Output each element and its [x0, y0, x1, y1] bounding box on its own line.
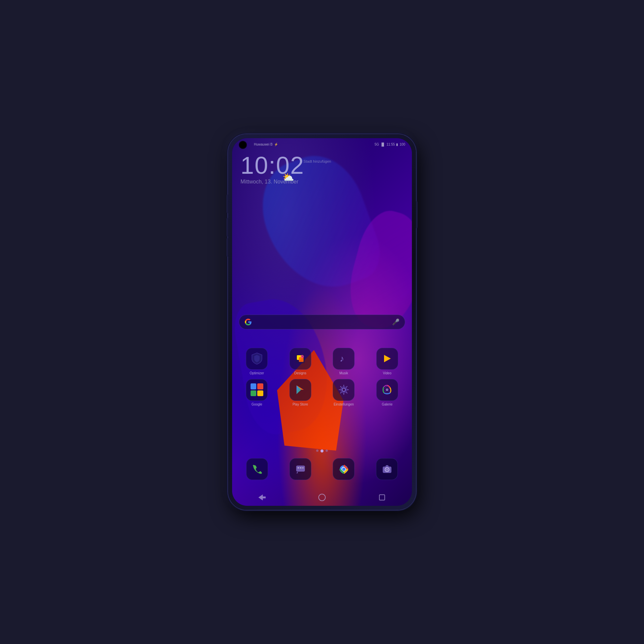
carrier-text: Huwauwei B: [254, 143, 273, 146]
optimizer-label: Optimizer: [250, 371, 264, 375]
optimizer-icon: [246, 348, 268, 370]
phone-device: Huwauwei B ⚡ 5G ▐▌ 11:55 ▮ 100 10:02 Sta…: [228, 134, 416, 510]
music-label: Musik: [339, 371, 348, 375]
settings-label: Einstellungen: [334, 402, 354, 406]
recent-apps-icon: [379, 494, 385, 500]
dock-messages[interactable]: [280, 458, 320, 480]
svg-text:♪: ♪: [340, 354, 344, 364]
app-music[interactable]: ♪ Musik: [324, 348, 364, 375]
messages-icon: [289, 458, 311, 480]
svg-marker-12: [296, 472, 298, 473]
app-designs[interactable]: Designs: [281, 348, 320, 375]
search-bar[interactable]: 🎤: [239, 315, 405, 329]
svg-point-3: [301, 355, 304, 358]
dot-1: [316, 449, 319, 452]
app-gallery[interactable]: Galerie: [368, 379, 407, 406]
svg-point-8: [342, 388, 345, 391]
app-settings[interactable]: Einstellungen: [324, 379, 364, 406]
phone-screen: Huwauwei B ⚡ 5G ▐▌ 11:55 ▮ 100 10:02 Sta…: [232, 138, 412, 506]
dock-phone[interactable]: [237, 458, 277, 480]
play-store-label: Play Store: [292, 402, 308, 406]
google-label: Google: [252, 402, 262, 406]
gallery-icon: [376, 379, 398, 401]
designs-icon: [289, 348, 311, 370]
play-store-icon: [289, 379, 311, 401]
battery-percent: 100: [399, 143, 405, 146]
dot-2: [321, 449, 324, 452]
svg-marker-6: [297, 385, 301, 394]
app-dock: [237, 458, 407, 480]
phone-icon: [246, 458, 268, 480]
svg-point-9: [341, 387, 346, 392]
app-optimizer[interactable]: Optimizer: [237, 348, 277, 375]
video-icon: [376, 348, 398, 370]
svg-marker-5: [384, 355, 391, 362]
nav-home-button[interactable]: [317, 493, 327, 502]
settings-icon: [333, 379, 355, 401]
chrome-icon: [333, 458, 355, 480]
music-icon: ♪: [333, 348, 355, 370]
mic-icon[interactable]: 🎤: [392, 318, 399, 326]
google-logo-icon: [245, 318, 252, 326]
nav-recent-button[interactable]: [377, 493, 387, 502]
app-grid-row1: Optimizer Designs ♪: [237, 348, 407, 406]
clock-widget[interactable]: 10:02 Stadt hinzufügen ⛅ Mittwoch, 13. N…: [240, 153, 304, 185]
page-indicator: [316, 449, 328, 452]
svg-point-22: [386, 469, 388, 471]
nav-back-button[interactable]: [257, 493, 267, 502]
designs-label: Designs: [294, 371, 306, 375]
app-video[interactable]: Video: [368, 348, 407, 375]
svg-rect-14: [300, 468, 302, 468]
status-left: Huwauwei B ⚡: [254, 143, 278, 146]
back-icon: [258, 494, 266, 500]
status-right: 5G ▐▌ 11:55 ▮ 100: [375, 143, 405, 146]
status-bar: Huwauwei B ⚡ 5G ▐▌ 11:55 ▮ 100: [232, 138, 412, 150]
google-suite-icon: [246, 379, 268, 401]
clock-date: Mittwoch, 13. November: [240, 179, 304, 185]
weather-widget: ⛅: [282, 172, 294, 183]
time-display: 11:55: [386, 143, 395, 146]
dock-camera[interactable]: [367, 458, 407, 480]
clock-city: Stadt hinzufügen: [304, 159, 331, 163]
camera-icon: [376, 458, 398, 480]
svg-point-10: [386, 388, 388, 391]
dock-chrome[interactable]: [324, 458, 364, 480]
camera-hole: [239, 142, 246, 148]
svg-rect-13: [298, 468, 299, 468]
svg-rect-15: [302, 468, 304, 468]
app-google[interactable]: Google: [237, 379, 277, 406]
signal-indicator: ⚡: [274, 143, 278, 146]
dot-3: [326, 449, 328, 452]
app-play-store[interactable]: Play Store: [281, 379, 320, 406]
network-type: 5G: [375, 143, 379, 146]
svg-point-19: [342, 468, 345, 471]
navigation-bar: [232, 489, 412, 506]
clock-time: 10:02: [240, 153, 304, 177]
battery-indicator: ▮: [396, 143, 398, 146]
svg-rect-11: [296, 466, 305, 472]
gallery-label: Galerie: [382, 402, 392, 406]
video-label: Video: [383, 371, 391, 375]
home-icon: [318, 494, 326, 501]
signal-bars: ▐▌: [380, 143, 385, 146]
